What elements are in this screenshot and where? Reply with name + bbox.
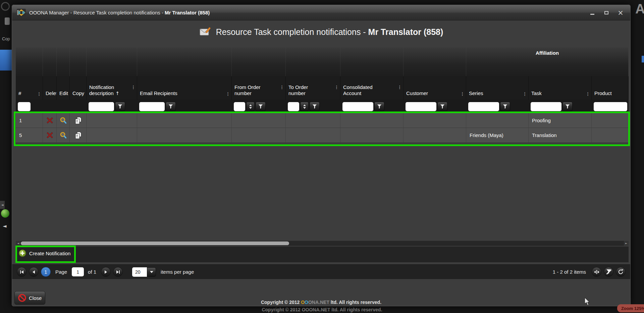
filter-email-recipients-button[interactable] (166, 102, 176, 111)
column-menu-icon[interactable]: ⋮ (280, 85, 284, 90)
current-page-button[interactable]: 1 (41, 267, 51, 277)
column-header-num[interactable]: # ⋮ (16, 76, 43, 100)
edit-row-button[interactable] (58, 116, 68, 126)
column-header-to-order-number[interactable]: To Order number ⋮ (286, 76, 340, 100)
maximize-button[interactable] (603, 9, 609, 16)
cell-series: Friends (Maya) (466, 128, 529, 142)
fit-columns-icon (594, 270, 599, 274)
spin-down-icon (303, 107, 306, 109)
items-per-page-label: items per page (161, 269, 194, 275)
background-skip-icon-fragment: ◄ (3, 223, 7, 229)
close-window-button[interactable]: × (618, 9, 624, 16)
filter-num-input[interactable] (18, 102, 31, 111)
maximize-icon (604, 11, 608, 14)
minimize-button[interactable] (589, 9, 595, 16)
copy-documents-icon (75, 117, 82, 124)
dialog-heading: Resource Task completion notifications -… (12, 27, 630, 37)
funnel-icon (118, 104, 122, 109)
filter-from-order-input[interactable] (234, 102, 245, 111)
copy-row-button[interactable] (73, 116, 83, 126)
scrollbar-thumb[interactable] (21, 241, 289, 245)
filter-row (16, 100, 629, 113)
last-page-button[interactable] (113, 267, 123, 277)
delete-row-button[interactable] (45, 130, 55, 140)
window-title: OOONA Manager - Resource Task completion… (29, 10, 210, 15)
filter-from-order-button[interactable] (256, 102, 266, 111)
clear-filters-button[interactable] (604, 267, 613, 277)
filter-series-input[interactable] (468, 102, 499, 111)
cell-from-order (232, 113, 286, 128)
column-header-customer[interactable]: Customer ⋮ (404, 76, 466, 100)
filter-task-button[interactable] (562, 102, 573, 111)
previous-page-button[interactable] (29, 267, 39, 277)
filter-to-order-input[interactable] (288, 102, 299, 111)
column-menu-icon[interactable]: ⋮ (397, 85, 402, 90)
column-header-consolidated-account[interactable]: Consolidated Account ⋮ (340, 76, 404, 100)
next-page-button[interactable] (101, 267, 111, 277)
cell-from-order (232, 128, 286, 142)
column-menu-icon[interactable]: ⋮ (523, 91, 527, 97)
filter-customer-button[interactable] (437, 102, 447, 111)
column-header-delete[interactable]: Delete (43, 76, 57, 100)
column-header-from-order-number[interactable]: From Order number ⋮ (232, 76, 286, 100)
table-row[interactable]: 5 (16, 128, 629, 143)
edit-row-button[interactable] (58, 130, 68, 140)
scroll-left-button[interactable]: ◄ (16, 241, 20, 246)
create-notification-button[interactable]: Create Notification (19, 250, 70, 257)
brand-text: O (301, 300, 305, 305)
cell-num: 5 (16, 128, 43, 142)
plus-icon (19, 250, 26, 257)
copyright-line: Copyright © 2012 OOONA.NET ltd. All righ… (12, 300, 630, 305)
filter-customer-input[interactable] (406, 102, 436, 111)
column-menu-icon[interactable]: ⋮ (37, 91, 41, 97)
page-label: Page (55, 269, 67, 275)
pager-bar: 1 Page of 1 20 items per page 1 - 2 of 2… (12, 264, 630, 279)
scroll-right-button[interactable]: ► (624, 241, 629, 246)
column-header-task[interactable]: Task ⋮ (529, 76, 592, 100)
page-number-input[interactable] (72, 267, 84, 276)
filter-series-button[interactable] (500, 102, 510, 111)
cell-notification-description (87, 113, 137, 128)
column-menu-icon[interactable]: ⋮ (226, 91, 230, 97)
filter-email-recipients-input[interactable] (139, 102, 165, 111)
copy-row-button[interactable] (73, 130, 83, 140)
notification-envelope-icon (199, 27, 211, 37)
background-selected-row-fragment (0, 50, 12, 71)
refresh-button[interactable] (616, 267, 626, 277)
clear-filter-icon (606, 269, 611, 274)
filter-product-input[interactable] (594, 102, 627, 111)
page-size-dropdown-button[interactable] (147, 267, 156, 277)
filter-notification-description-button[interactable] (115, 102, 125, 111)
funnel-icon (313, 104, 317, 109)
page-size-select[interactable]: 20 (132, 267, 156, 277)
column-menu-icon[interactable]: ⋮ (586, 91, 590, 97)
first-page-button[interactable] (17, 267, 26, 277)
background-scroll-arrow-fragment: ◄ (0, 201, 5, 209)
column-menu-icon[interactable]: ⋮ (460, 91, 465, 97)
delete-row-button[interactable] (45, 116, 55, 126)
column-header-row: # ⋮ Delete Edit Copy Notification descri… (16, 76, 629, 100)
toolbar: Create Notification (16, 247, 629, 262)
column-header-email-recipients[interactable]: Email Recipients ⋮ (137, 76, 232, 100)
filter-consolidated-account-input[interactable] (342, 102, 373, 111)
group-header-affiliation: Affiliation (466, 47, 629, 76)
title-bar[interactable]: OOONA Manager - Resource Task completion… (12, 5, 630, 20)
table-row[interactable]: 1 (16, 113, 629, 128)
from-order-spinner[interactable] (246, 102, 255, 111)
cell-task: Proofing (529, 113, 592, 128)
column-header-edit[interactable]: Edit (57, 76, 70, 100)
column-header-copy[interactable]: Copy (70, 76, 87, 100)
column-menu-icon[interactable]: ⋮ (131, 85, 136, 90)
fit-columns-button[interactable] (592, 267, 601, 277)
column-header-product[interactable]: Product (592, 76, 629, 100)
column-menu-icon[interactable]: ⋮ (334, 85, 339, 90)
horizontal-scrollbar[interactable]: ◄ ► (16, 241, 629, 246)
filter-notification-description-input[interactable] (89, 102, 114, 111)
filter-consolidated-account-button[interactable] (374, 102, 384, 111)
funnel-icon (377, 104, 382, 109)
column-header-notification-description[interactable]: Notification description↑ ⋮ (87, 76, 137, 100)
filter-to-order-button[interactable] (310, 102, 320, 111)
column-header-series[interactable]: Series ⋮ (466, 76, 529, 100)
to-order-spinner[interactable] (300, 102, 309, 111)
filter-task-input[interactable] (531, 102, 561, 111)
